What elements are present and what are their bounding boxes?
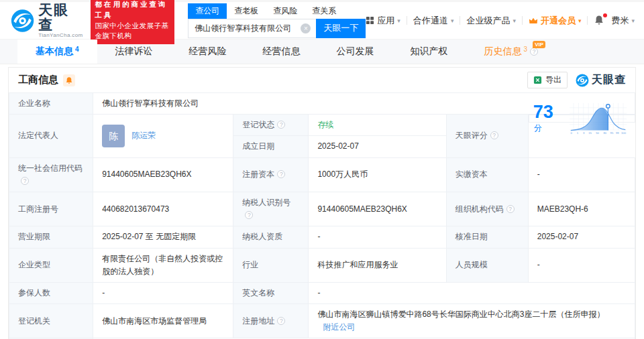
- chevron-down-icon: ▾: [397, 17, 400, 24]
- divider: [587, 16, 588, 25]
- table-row: 参保人数 - 英文名称 -: [9, 282, 635, 303]
- table-row: 企业类型 有限责任公司（非自然人投资或控股的法人独资） 行业 科技推广和应用服务…: [9, 248, 635, 282]
- subscribe-bell-icon[interactable]: [63, 74, 75, 86]
- label-credit-code: 统一社会信用代码?: [9, 157, 93, 192]
- value-taxpayer-quality: -: [309, 226, 446, 248]
- company-search-input[interactable]: [188, 19, 316, 38]
- tab-company-development[interactable]: 公司发展: [319, 40, 392, 64]
- divider: [460, 16, 460, 25]
- score-unit: 分: [534, 123, 542, 133]
- label-reg-capital: 注册资本?: [233, 157, 309, 192]
- nav-item-open-vip[interactable]: 开通会员 ▾: [529, 15, 582, 27]
- svg-text:100: 100: [621, 131, 627, 135]
- help-icon[interactable]: ?: [490, 131, 498, 139]
- score-marker-pin: [606, 105, 610, 109]
- promo-banner: 都在用的商业查询工具 国家中小企业发展子基金旗下机构: [91, 0, 175, 44]
- score-value: 73: [533, 102, 553, 122]
- nearby-companies-link[interactable]: 附近公司: [323, 322, 355, 332]
- svg-text:3: 3: [583, 131, 585, 135]
- label-establish-date: 成立日期: [233, 136, 309, 157]
- label-org-code: 组织机构代码?: [446, 192, 528, 226]
- table-row: 工商注册号 440682013670473 纳税人识别号? 91440605MA…: [9, 192, 635, 226]
- table-row: 登记机关 佛山市南海区市场监督管理局 注册地址? 佛山市南海区狮山镇博爱中路68…: [9, 304, 635, 338]
- nav-item-enterprise-products[interactable]: 企业级产品 ▾: [466, 15, 516, 27]
- top-header: 天眼查 TianYanCha.com 都在用的商业查询工具 国家中小企业发展子基…: [0, 2, 644, 39]
- tab-history-info[interactable]: 历史信息 3 ? VIP: [466, 40, 557, 64]
- tab-business-info[interactable]: 经营信息: [245, 40, 319, 64]
- value-tyc-score: 73分 01: [529, 115, 635, 123]
- business-info-table: 企业名称 佛山领行智享科技有限公司 法定代表人 陈 陈运荣 登记状态? 存续 天…: [9, 92, 635, 339]
- value-credit-code: 91440605MAEB23QH6X: [93, 157, 233, 192]
- notification-dot: [603, 13, 607, 17]
- tab-intellectual-property[interactable]: 知识产权: [392, 40, 466, 64]
- notification-bell-icon[interactable]: [594, 15, 605, 27]
- tianyancha-logo[interactable]: 天眼查 TianYanCha.com: [11, 3, 84, 38]
- label-tyc-score: 天眼评分?: [446, 115, 528, 157]
- clear-search-icon[interactable]: ×: [301, 23, 311, 33]
- tab-count: 3: [524, 46, 528, 53]
- value-insured-count: -: [93, 282, 233, 303]
- value-legal-rep: 陈 陈运荣: [93, 115, 233, 157]
- main-tabbar: 基本信息 4 法律诉讼 经营风险 经营信息 公司发展 知识产权 历史信息 3 ?…: [0, 39, 644, 64]
- help-icon[interactable]: ?: [277, 317, 285, 325]
- search-tab-relation[interactable]: 查关系: [305, 3, 343, 19]
- excel-icon: [533, 76, 542, 84]
- value-business-term: 2025-02-07 至 无固定期限: [93, 226, 233, 248]
- search-tab-risk[interactable]: 查风险: [266, 3, 305, 19]
- help-icon[interactable]: ?: [21, 177, 29, 185]
- search-tab-boss[interactable]: 查老板: [227, 3, 266, 19]
- promo-line-2: 国家中小企业发展子基金旗下机构: [95, 21, 170, 42]
- crown-icon: [529, 17, 538, 25]
- status-badge: 存续: [317, 120, 333, 129]
- svg-text:0: 0: [571, 131, 573, 135]
- value-reg-address: 佛山市南海区狮山镇博爱中路68号长华国际商业中心北商3座二十层（住所申报）附近公…: [309, 304, 635, 338]
- tab-business-risk[interactable]: 经营风险: [171, 40, 245, 64]
- label-insured-count: 参保人数: [9, 282, 93, 303]
- value-english-name: -: [309, 282, 635, 303]
- divider: [522, 16, 523, 25]
- table-row: 法定代表人 陈 陈运荣 登记状态? 存续 天眼评分? 73分: [9, 115, 635, 136]
- legal-rep-link[interactable]: 陈运荣: [131, 129, 156, 142]
- value-company-type: 有限责任公司（非自然人投资或控股的法人独资）: [93, 248, 233, 282]
- brand-name: 天眼查: [38, 3, 83, 32]
- help-icon[interactable]: ?: [277, 121, 285, 129]
- svg-text:80: 80: [604, 131, 607, 135]
- value-reg-number: 440682013670473: [93, 192, 233, 226]
- label-legal-rep: 法定代表人: [9, 115, 93, 157]
- export-button[interactable]: 导出: [527, 72, 568, 88]
- label-reg-address: 注册地址?: [233, 304, 309, 338]
- label-staff-size: 人员规模: [446, 248, 528, 282]
- label-taxpayer-quality: 纳税人资质: [233, 226, 309, 248]
- value-approval-date: 2025-02-07: [528, 226, 635, 248]
- label-business-term: 营业期限: [9, 226, 93, 248]
- label-english-name: 英文名称: [233, 282, 309, 303]
- section-title: 工商信息: [18, 74, 58, 86]
- nav-item-cooperation[interactable]: 合作通道 ▾: [413, 15, 454, 27]
- search-button[interactable]: 天眼一下: [316, 19, 366, 38]
- avatar: 陈: [102, 125, 125, 147]
- value-org-code: MAEB23QH-6: [528, 192, 635, 226]
- tab-count: 4: [75, 46, 79, 53]
- label-paid-capital: 实缴资本: [446, 157, 528, 192]
- tianyancha-logo-icon: [576, 74, 589, 87]
- value-industry: 科技推广和应用服务业: [309, 248, 446, 282]
- apps-grid-icon: [366, 16, 374, 25]
- label-reg-number: 工商注册号: [9, 192, 93, 226]
- tab-legal-proceedings[interactable]: 法律诉讼: [97, 40, 171, 64]
- svg-text:95: 95: [610, 131, 614, 135]
- nav-item-apps[interactable]: 应用 ▾: [366, 15, 400, 27]
- help-icon[interactable]: ?: [277, 170, 285, 178]
- vip-badge: VIP: [533, 41, 545, 48]
- help-icon[interactable]: ?: [506, 205, 515, 213]
- label-reg-status: 登记状态?: [233, 115, 309, 136]
- nav-item-user[interactable]: 费米 ▾: [611, 15, 635, 27]
- help-icon[interactable]: ?: [245, 211, 253, 219]
- svg-text:1: 1: [577, 131, 579, 135]
- help-icon[interactable]: ?: [530, 48, 538, 56]
- label-reg-authority: 登记机关: [9, 304, 93, 338]
- chevron-down-icon: ▾: [578, 17, 582, 24]
- value-reg-capital: 1000万人民币: [309, 157, 446, 192]
- search-tab-company[interactable]: 查公司: [188, 3, 227, 19]
- value-taxpayer-id: 91440605MAEB23QH6X: [309, 192, 446, 226]
- tab-basic-info[interactable]: 基本信息 4: [17, 40, 97, 64]
